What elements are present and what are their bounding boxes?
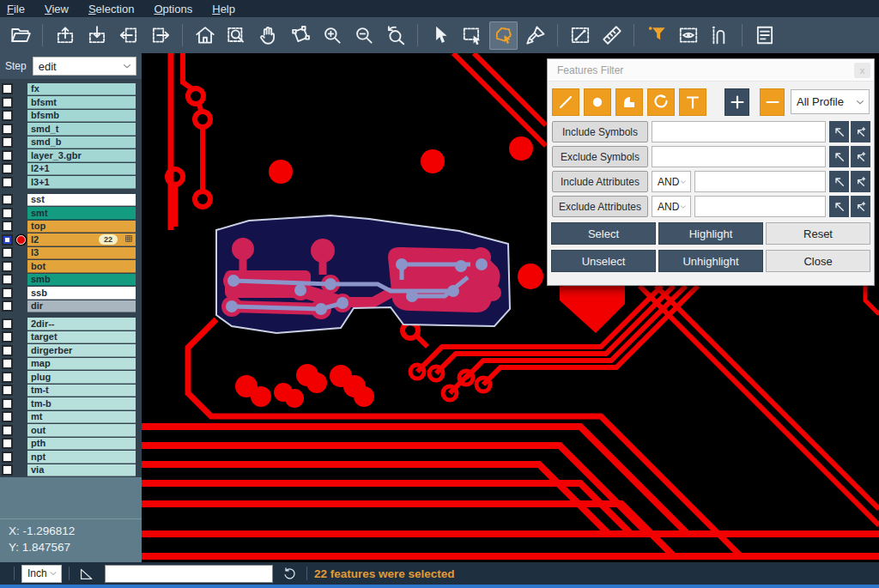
layer-name[interactable]: sst <box>27 194 136 207</box>
layer-name[interactable]: bot <box>27 260 136 273</box>
toolbar-zoom-previous-button[interactable] <box>381 21 409 50</box>
layer-checkbox[interactable] <box>2 452 13 463</box>
layer-row-smt[interactable]: smt <box>0 207 142 221</box>
layer-name[interactable]: l3 <box>27 247 136 260</box>
toolbar-zoom-in-button[interactable] <box>318 21 346 50</box>
layer-name[interactable]: bfsmb <box>27 110 136 123</box>
layer-name[interactable]: smd_t <box>27 123 136 136</box>
layer-row-smb[interactable]: smb <box>0 273 142 287</box>
layer-name[interactable]: top <box>27 221 136 233</box>
layer-name[interactable]: map <box>27 358 136 371</box>
filter-line-tool-button[interactable] <box>552 88 579 116</box>
layer-checkbox[interactable] <box>2 331 13 342</box>
unit-dropdown[interactable]: Inch <box>21 565 62 583</box>
layer-row-l3[interactable]: l3 <box>0 246 142 260</box>
layer-row-top[interactable]: top <box>0 220 142 233</box>
layer-name[interactable]: layer_3.gbr <box>27 149 136 162</box>
layer-name[interactable]: ssb <box>27 287 136 300</box>
dialog-title-bar[interactable]: Features Filter x <box>548 59 874 82</box>
menu-options[interactable]: Options <box>154 3 192 15</box>
layer-checkbox[interactable] <box>2 274 13 285</box>
toolbar-ruler-button[interactable] <box>597 21 626 50</box>
layer-row-sst[interactable]: sst <box>0 193 142 207</box>
toolbar-zoom-window-button[interactable] <box>222 21 251 50</box>
toolbar-pan-down-button[interactable] <box>82 21 111 50</box>
layer-row-smd_b[interactable]: smd_b <box>0 136 142 149</box>
layer-checkbox[interactable] <box>2 136 13 148</box>
layer-row-dir[interactable]: dir <box>0 300 142 313</box>
layer-row-npt[interactable]: npt <box>0 451 142 464</box>
layer-table-button[interactable] <box>121 234 133 245</box>
layer-checkbox[interactable] <box>2 438 13 449</box>
layer-row-ssb[interactable]: ssb <box>0 287 142 300</box>
layer-checkbox[interactable] <box>2 110 13 121</box>
layer-name[interactable]: smb <box>27 274 136 287</box>
layer-name[interactable]: plug <box>27 371 136 384</box>
layer-name[interactable]: tm-b <box>27 397 136 410</box>
layer-row-pth[interactable]: pth <box>0 437 142 451</box>
layer-checkbox[interactable] <box>2 247 13 258</box>
layer-checkbox[interactable] <box>2 83 13 94</box>
unselect-button[interactable]: Unselect <box>551 250 656 272</box>
pick-add-button[interactable] <box>851 121 870 142</box>
filter-remove-button[interactable] <box>760 88 785 116</box>
toolbar-open-file-button[interactable] <box>6 21 34 50</box>
filter-value-input[interactable] <box>652 121 826 142</box>
layer-checkbox[interactable] <box>2 194 13 205</box>
layer-row-2dir--[interactable]: 2dir-- <box>0 318 142 331</box>
layer-row-plug[interactable]: plug <box>0 371 142 385</box>
close-button[interactable]: Close <box>766 250 870 272</box>
toolbar-select-arrow-button[interactable] <box>426 21 454 50</box>
layer-row-fx[interactable]: fx <box>0 82 142 96</box>
layer-name[interactable]: fx <box>27 83 136 96</box>
highlight-button[interactable]: Highlight <box>658 222 763 245</box>
layer-name[interactable]: npt <box>27 451 136 464</box>
toolbar-zoom-out-button[interactable] <box>349 21 378 50</box>
close-icon[interactable]: x <box>854 63 870 78</box>
layer-name[interactable]: smt <box>27 207 136 220</box>
reset-button[interactable]: Reset <box>766 222 870 245</box>
layer-name[interactable]: mt <box>27 411 136 424</box>
menu-file[interactable]: File <box>7 3 25 15</box>
filter-label-button[interactable]: Include Symbols <box>552 121 648 142</box>
layer-checkbox[interactable] <box>2 372 13 383</box>
layer-name[interactable]: l2+1 <box>27 163 136 176</box>
toolbar-report-list-button[interactable] <box>750 21 779 50</box>
layer-checkbox[interactable] <box>2 288 13 299</box>
filter-label-button[interactable]: Exclude Attributes <box>552 196 648 217</box>
pick-add-button[interactable] <box>851 196 870 217</box>
layer-row-bfsmt[interactable]: bfsmt <box>0 96 142 110</box>
layer-checkbox[interactable] <box>2 150 13 161</box>
pick-from-screen-button[interactable] <box>829 171 849 192</box>
layer-row-smd_t[interactable]: smd_t <box>0 123 142 136</box>
layer-row-l2[interactable]: l222 <box>0 233 142 247</box>
pick-add-button[interactable] <box>851 171 870 192</box>
unhighlight-button[interactable]: Unhighlight <box>658 250 763 272</box>
pick-from-screen-button[interactable] <box>829 196 849 217</box>
layer-checkbox[interactable] <box>2 411 13 422</box>
command-input[interactable] <box>105 565 273 583</box>
layer-checkbox[interactable] <box>2 97 13 108</box>
toolbar-home-view-button[interactable] <box>191 21 219 50</box>
filter-label-button[interactable]: Include Attributes <box>552 171 648 192</box>
layer-row-mt[interactable]: mt <box>0 410 142 424</box>
layer-name[interactable]: 2dir-- <box>27 318 136 330</box>
filter-value-input[interactable] <box>694 171 826 192</box>
filter-label-button[interactable]: Exclude Symbols <box>552 146 648 167</box>
layer-checkbox[interactable] <box>2 464 13 476</box>
layer-checkbox[interactable] <box>2 300 13 312</box>
layer-name[interactable]: dirgerber <box>27 344 136 357</box>
layer-row-l2+1[interactable]: l2+1 <box>0 162 142 176</box>
layer-checkbox[interactable] <box>2 425 13 436</box>
filter-value-input[interactable] <box>694 196 826 217</box>
toolbar-zoom-selection-button[interactable] <box>286 21 314 50</box>
toolbar-net-trace-button[interactable] <box>706 21 734 50</box>
layer-checkbox[interactable] <box>2 163 13 174</box>
filter-text-tool-button[interactable] <box>679 88 706 116</box>
layer-row-dirgerber[interactable]: dirgerber <box>0 344 142 358</box>
menu-view[interactable]: View <box>45 3 69 15</box>
layer-row-bfsmb[interactable]: bfsmb <box>0 109 142 123</box>
layer-checkbox[interactable] <box>2 124 13 135</box>
layer-row-bot[interactable]: bot <box>0 260 142 274</box>
refresh-icon[interactable] <box>282 566 298 582</box>
